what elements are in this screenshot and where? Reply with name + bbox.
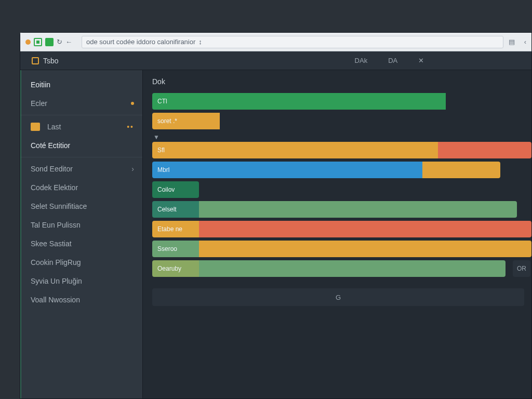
bar-segment[interactable] xyxy=(438,142,531,158)
bar-segment[interactable]: CTl xyxy=(152,93,446,110)
bar-segment[interactable]: Sfl xyxy=(152,142,438,158)
back-icon[interactable]: ← xyxy=(65,38,72,46)
address-suffix-icon: ↕ xyxy=(198,38,202,46)
tabstrip-action-1[interactable]: DAk xyxy=(355,57,368,64)
sidebar-item-label: Ecler xyxy=(31,99,126,108)
titlebar-right: ▤ ‹ xyxy=(509,38,526,46)
bar-row-1: soret .* xyxy=(152,113,531,129)
main-panel: Dok CTlsoret .*▼SflMbrlCoilovCelseltEtab… xyxy=(143,70,531,398)
bar-row-8: OearubyOR xyxy=(152,260,531,277)
body: EoitiinEclerLast••Coté EctitiorSond Eedi… xyxy=(20,70,531,398)
bar-label: Oearuby xyxy=(157,265,181,272)
panel-icon[interactable]: ▤ xyxy=(509,38,515,46)
reload-icon[interactable]: ↻ xyxy=(57,38,62,46)
bar-label: CTl xyxy=(157,98,167,105)
bar-segment[interactable] xyxy=(199,260,506,277)
status-label: G xyxy=(336,294,341,301)
tab-label: Tsbo xyxy=(43,57,59,65)
sidebar-item-0[interactable]: Eoitiin xyxy=(20,75,142,94)
bar-row-6: Etabe ne xyxy=(152,221,531,237)
bar-label: Sseroo xyxy=(157,245,177,252)
status-dot-icon xyxy=(131,102,134,105)
sidebar-item-6[interactable]: Selet Sunnifitiace xyxy=(20,197,142,216)
bar-segment[interactable] xyxy=(422,162,500,178)
window-controls: ↻ ← xyxy=(25,38,72,46)
sidebar-item-label: Codek Elektior xyxy=(31,183,134,192)
bar-label: Mbrl xyxy=(157,166,169,174)
sidebar-item-label: Syvia Un Pluğin xyxy=(31,277,134,285)
row-badge[interactable]: OR xyxy=(513,260,530,277)
sidebar-item-4[interactable]: Sond Eeditor› xyxy=(20,159,142,178)
bar-segment[interactable] xyxy=(199,221,531,237)
bar-segment[interactable] xyxy=(199,201,517,218)
more-icon[interactable]: ‹ xyxy=(524,38,526,46)
app-icon xyxy=(34,38,42,46)
sidebar-item-label: Skee Sastiat xyxy=(31,240,134,248)
app-icon-2 xyxy=(45,38,54,46)
sidebar-item-2[interactable]: Last•• xyxy=(20,117,142,136)
section-label: Dok xyxy=(152,77,531,86)
bar-label: Etabe ne xyxy=(157,225,182,233)
tabstrip-action-2[interactable]: DA xyxy=(388,57,397,64)
bar-segment[interactable] xyxy=(199,241,531,257)
bar-label: soret .* xyxy=(157,117,177,125)
sidebar-item-1[interactable]: Ecler xyxy=(20,94,142,113)
sidebar-item-8[interactable]: Skee Sastiat xyxy=(20,234,142,253)
sidebar-item-7[interactable]: Tal Eun Pulissn xyxy=(20,216,142,234)
status-bar[interactable]: G xyxy=(152,288,524,306)
sidebar-badge-icon xyxy=(31,123,40,131)
bar-segment[interactable]: Celselt xyxy=(152,201,199,218)
bar-row-3: Mbrl xyxy=(152,162,531,178)
sidebar-item-11[interactable]: Voall Nwossion xyxy=(20,290,142,309)
bar-row-5: Celselt xyxy=(152,201,531,218)
tab-main[interactable]: Tsbo xyxy=(26,52,64,69)
bar-label: Celselt xyxy=(157,206,177,213)
bar-row-7: Sseroo xyxy=(152,241,531,257)
chevron-down-icon[interactable]: ▼ xyxy=(153,134,531,141)
bar-label: Coilov xyxy=(157,186,175,193)
sidebar-item-label: Sond Eeditor xyxy=(31,165,126,173)
traffic-dot[interactable] xyxy=(25,39,31,45)
sidebar: EoitiinEclerLast••Coté EctitiorSond Eedi… xyxy=(20,70,143,398)
bar-segment[interactable]: Sseroo xyxy=(152,241,199,257)
bar-segment[interactable]: Coilov xyxy=(152,181,199,198)
bar-segment[interactable]: Oearuby xyxy=(152,260,199,277)
sidebar-item-label: Voall Nwossion xyxy=(31,296,134,304)
sidebar-item-5[interactable]: Codek Elektior xyxy=(20,178,142,197)
bar-row-4: Coilov xyxy=(152,181,531,198)
bar-segment[interactable]: soret .* xyxy=(152,113,220,129)
sidebar-item-3[interactable]: Coté Ectitior xyxy=(20,136,142,155)
bar-segment[interactable]: Etabe ne xyxy=(152,221,199,237)
sidebar-item-label: Coté Ectitior xyxy=(31,141,134,150)
tabstrip-right: DAk DA ✕ xyxy=(355,57,424,64)
sidebar-item-10[interactable]: Syvia Un Pluğin xyxy=(20,272,142,290)
dots-icon: •• xyxy=(127,123,134,131)
sidebar-item-9[interactable]: Cookin PligRug xyxy=(20,253,142,272)
sidebar-item-label: Last xyxy=(47,123,122,131)
address-bar[interactable]: ode sourt codée iddoro calonifiranior ↕ xyxy=(82,36,503,48)
tabstrip-action-3[interactable]: ✕ xyxy=(418,57,424,64)
bar-label: Sfl xyxy=(157,147,165,154)
file-icon xyxy=(32,57,39,64)
bar-row-0: CTl xyxy=(152,93,531,110)
chevron-right-icon: › xyxy=(131,165,134,173)
titlebar: ↻ ← ode sourt codée iddoro calonifiranio… xyxy=(20,33,531,51)
address-text: ode sourt codée iddoro calonifiranior xyxy=(86,38,195,46)
bar-segment[interactable]: Mbrl xyxy=(152,162,422,178)
sidebar-item-label: Tal Eun Pulissn xyxy=(31,221,134,229)
sidebar-item-label: Eoitiin xyxy=(31,81,134,89)
tabstrip: Tsbo DAk DA ✕ xyxy=(20,51,531,70)
sidebar-item-label: Cookin PligRug xyxy=(31,258,134,267)
bar-row-2: Sfl xyxy=(152,142,531,158)
sidebar-item-label: Selet Sunnifitiace xyxy=(31,202,134,210)
app-window: ↻ ← ode sourt codée iddoro calonifiranio… xyxy=(20,32,532,399)
